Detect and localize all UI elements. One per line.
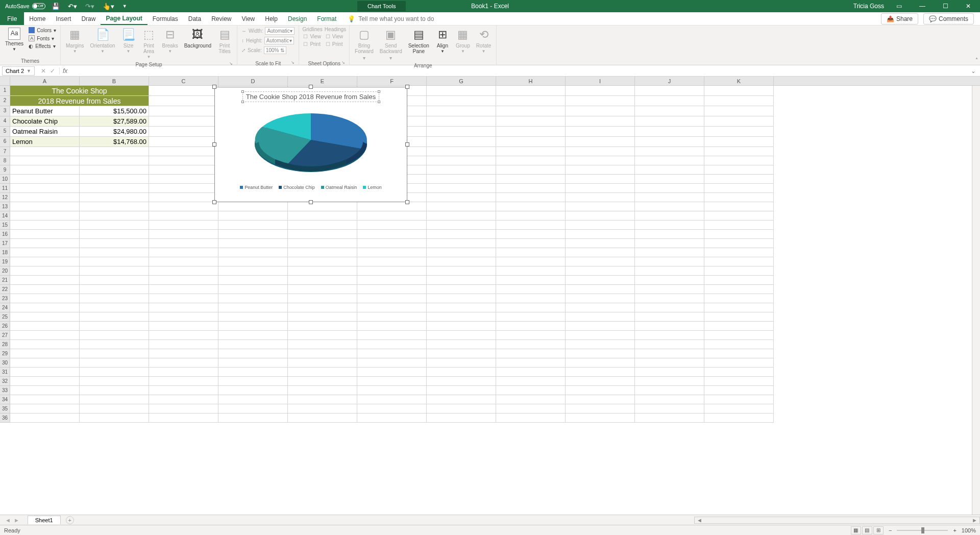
cell[interactable] (427, 175, 496, 184)
cell[interactable] (635, 202, 704, 211)
cell[interactable] (288, 276, 357, 285)
row-header[interactable]: 24 (0, 303, 10, 312)
cell[interactable] (10, 331, 80, 340)
cell[interactable] (635, 285, 704, 294)
cell[interactable] (357, 276, 427, 285)
cell[interactable] (427, 96, 496, 106)
row-header[interactable]: 18 (0, 248, 10, 257)
gridlines-view-check[interactable]: ☐ View (302, 33, 322, 40)
cell[interactable] (496, 86, 566, 96)
title-handle[interactable] (241, 101, 244, 103)
cell[interactable] (357, 211, 427, 221)
cell[interactable] (427, 202, 496, 211)
cell[interactable] (80, 358, 149, 368)
cell[interactable] (10, 230, 80, 239)
row-header[interactable]: 27 (0, 331, 10, 340)
cell[interactable] (427, 257, 496, 266)
cell[interactable] (704, 239, 774, 248)
cell[interactable] (566, 86, 635, 96)
cell[interactable] (10, 340, 80, 349)
zoom-thumb[interactable] (921, 527, 924, 533)
cell[interactable] (80, 257, 149, 266)
resize-handle[interactable] (212, 142, 216, 147)
chart-title[interactable]: The Cookie Shop 2018 Revenue from Sales (242, 91, 379, 102)
cell[interactable] (80, 230, 149, 239)
cell[interactable] (635, 165, 704, 175)
cell[interactable] (10, 147, 80, 156)
row-header[interactable]: 20 (0, 266, 10, 276)
cell[interactable] (635, 230, 704, 239)
page-setup-launcher[interactable]: ↘ (229, 61, 233, 66)
col-header-b[interactable]: B (80, 77, 149, 85)
cell[interactable] (149, 230, 218, 239)
tab-help[interactable]: Help (260, 12, 283, 25)
cell[interactable]: 2018 Revenue from Sales (10, 96, 149, 106)
row-header[interactable]: 31 (0, 368, 10, 377)
send-backward-button[interactable]: ▣Send Backward▾ (378, 27, 404, 62)
row-header[interactable]: 11 (0, 184, 10, 193)
cell[interactable] (427, 285, 496, 294)
cell[interactable] (496, 404, 566, 414)
scroll-left-icon[interactable]: ◄ (695, 517, 704, 523)
cell[interactable] (80, 202, 149, 211)
touch-mode-icon[interactable]: 👆▾ (101, 3, 116, 10)
cell[interactable] (149, 395, 218, 404)
cell[interactable] (149, 322, 218, 331)
collapse-ribbon-icon[interactable]: ˄ (975, 57, 978, 63)
cell[interactable] (10, 257, 80, 266)
cell[interactable] (149, 147, 218, 156)
cell[interactable] (704, 175, 774, 184)
row-header[interactable]: 33 (0, 386, 10, 395)
row-header[interactable]: 25 (0, 312, 10, 322)
cell[interactable] (218, 404, 288, 414)
cell[interactable] (704, 137, 774, 147)
cell[interactable] (218, 211, 288, 221)
cell[interactable] (566, 404, 635, 414)
row-header[interactable]: 5 (0, 127, 10, 137)
cell[interactable] (288, 202, 357, 211)
cell[interactable] (149, 377, 218, 386)
name-box[interactable]: Chart 2▼ (2, 66, 35, 76)
cell[interactable] (635, 276, 704, 285)
cell[interactable] (80, 303, 149, 312)
maximize-icon[interactable]: ☐ (938, 1, 953, 12)
page-layout-view-button[interactable]: ▤ (862, 526, 872, 534)
close-icon[interactable]: ✕ (961, 1, 976, 12)
cell[interactable] (288, 331, 357, 340)
cell[interactable] (566, 211, 635, 221)
cell[interactable] (635, 257, 704, 266)
cell[interactable] (566, 165, 635, 175)
cell[interactable] (427, 312, 496, 322)
cell[interactable] (704, 276, 774, 285)
cell[interactable] (288, 340, 357, 349)
cell[interactable] (635, 156, 704, 165)
cancel-formula-icon[interactable]: ✕ (41, 67, 46, 75)
cell[interactable] (149, 156, 218, 165)
cell[interactable] (149, 294, 218, 303)
cell[interactable] (427, 404, 496, 414)
cell[interactable]: The Cookie Shop (10, 86, 149, 96)
cell[interactable] (288, 414, 357, 423)
cell[interactable] (218, 303, 288, 312)
cell[interactable] (635, 312, 704, 322)
prev-sheet-icon[interactable]: ◄ (5, 517, 11, 523)
cell[interactable] (149, 276, 218, 285)
tab-design[interactable]: Design (283, 12, 312, 25)
cell[interactable] (149, 211, 218, 221)
cell[interactable] (635, 349, 704, 358)
cell[interactable] (80, 404, 149, 414)
cell[interactable] (357, 404, 427, 414)
cell[interactable] (704, 248, 774, 257)
cell[interactable] (704, 294, 774, 303)
cell[interactable]: $24,980.00 (80, 127, 149, 137)
cell[interactable] (149, 137, 218, 147)
cell[interactable] (704, 184, 774, 193)
cell[interactable] (80, 211, 149, 221)
cell[interactable] (496, 349, 566, 358)
cell[interactable] (218, 395, 288, 404)
cell[interactable] (635, 127, 704, 137)
cell[interactable] (80, 414, 149, 423)
cell[interactable] (635, 340, 704, 349)
cell[interactable] (496, 127, 566, 137)
cell[interactable] (149, 303, 218, 312)
